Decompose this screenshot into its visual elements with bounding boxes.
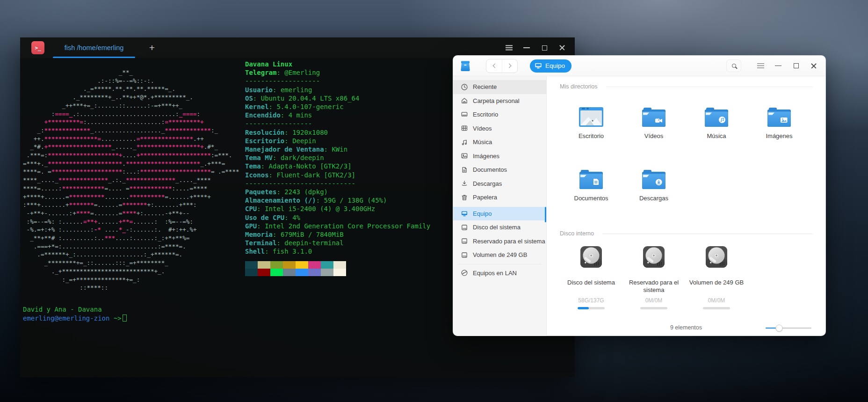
sidebar-item-descargas[interactable]: Descargas <box>453 177 546 191</box>
menu-icon[interactable] <box>752 58 769 73</box>
sidebar-item-videos[interactable]: Vídeos <box>453 122 546 136</box>
terminal-app-icon <box>31 41 44 54</box>
folder-item-videos[interactable]: Vídeos <box>624 99 683 161</box>
sidebar-item-disco-del-sistema[interactable]: Disco del sistema <box>453 220 546 234</box>
disk-label: Reservado para el sistema <box>624 279 684 293</box>
terminal-window-controls <box>500 40 571 55</box>
section-rule <box>606 87 812 87</box>
sidebar-item-equipos-en-lan[interactable]: Equipos en LAN <box>453 266 546 280</box>
section-rule <box>602 234 812 234</box>
desktop-wallpaper: fish /home/emerling + _**_ .:-::%=--=%::… <box>0 0 868 402</box>
folder-item-musica[interactable]: Música <box>687 99 746 161</box>
palette-swatch <box>283 261 296 269</box>
sidebar-item-label: Documentos <box>473 166 507 173</box>
slider-thumb[interactable] <box>776 325 783 332</box>
terminal-cursor <box>123 314 127 322</box>
disk-item-reservado-para-el-sistema[interactable]: Reservado para el sistema0M/0M <box>624 244 684 309</box>
palette-swatch <box>321 261 333 269</box>
palette-swatch <box>333 269 346 276</box>
file-manager-titlebar[interactable]: Equipo <box>453 56 825 76</box>
palette-swatch <box>308 261 321 269</box>
section-header-my-directories: Mis directorios <box>560 83 812 90</box>
file-manager-sidebar: RecienteCarpeta personalEscritorioVídeos… <box>453 76 547 336</box>
minimize-icon[interactable] <box>769 58 787 73</box>
disk-item-disco-del-sistema[interactable]: Disco del sistema58G/137G <box>561 244 621 309</box>
disk-capacity: 0M/0M <box>708 297 725 304</box>
new-tab-button[interactable]: + <box>143 37 161 58</box>
neofetch-line: Paquetes: 2243 (dpkg) <box>245 188 430 196</box>
disk-icon <box>461 251 468 259</box>
download-icon <box>461 180 468 187</box>
home-icon <box>461 97 468 104</box>
section-header-internal-disk: Disco interno <box>560 230 812 237</box>
disks-grid: Disco del sistema58G/137GReservado para … <box>560 244 812 309</box>
palette-swatch <box>296 269 308 276</box>
neofetch-line: Almacenamiento (/): 59G / 138G (45%) <box>245 196 430 205</box>
folder-documents-icon <box>579 161 604 190</box>
close-icon[interactable] <box>805 58 823 73</box>
file-manager-statusbar: 9 elementos <box>547 322 825 336</box>
minimize-icon[interactable] <box>518 40 535 55</box>
folder-item-escritorio[interactable]: Escritorio <box>562 99 621 161</box>
icon-size-slider[interactable] <box>766 328 811 329</box>
forward-button[interactable] <box>502 59 517 73</box>
sidebar-item-papelera[interactable]: Papelera <box>453 190 546 205</box>
section-title: Disco interno <box>560 230 594 237</box>
navigation-buttons <box>486 59 518 73</box>
file-manager-content[interactable]: Mis directorios EscritorioVídeosMúsicaIm… <box>547 76 825 336</box>
sidebar-item-volumen-de-249-gb[interactable]: Volumen de 249 GB <box>453 248 546 262</box>
maximize-icon[interactable] <box>787 58 805 73</box>
neofetch-line: GPU: Intel 2nd Generation Core Processor… <box>245 222 430 230</box>
neofetch-line: Manejador de Ventana: KWin <box>245 145 430 153</box>
disk-capacity: 0M/0M <box>645 297 663 304</box>
sidebar-item-escritorio[interactable]: Escritorio <box>453 108 546 122</box>
neofetch-line: Usuario: emerling <box>245 86 430 94</box>
neofetch-line: Escritorio: Deepin <box>245 137 430 145</box>
folder-downloads-icon <box>641 161 666 190</box>
hard-disk-icon <box>641 244 666 270</box>
sidebar-item-label: Escritorio <box>473 111 498 118</box>
sidebar-item-documentos[interactable]: Documentos <box>453 163 546 177</box>
terminal-tab-title: fish /home/emerling <box>65 44 124 51</box>
sidebar-item-label: Reciente <box>473 83 497 90</box>
neofetch-line: Iconos: Fluent-dark [GTK2/3] <box>245 171 430 179</box>
file-manager-window-controls <box>726 58 823 73</box>
directories-grid: EscritorioVídeosMúsicaImágenesDocumentos… <box>560 99 812 224</box>
back-button[interactable] <box>486 59 502 73</box>
prompt-symbol: ~> <box>109 314 121 322</box>
sidebar-item-musica[interactable]: Música <box>453 135 546 149</box>
folder-item-descargas[interactable]: Descargas <box>624 161 683 224</box>
sidebar-item-imagenes[interactable]: Imágenes <box>453 149 546 163</box>
disk-usage-bar <box>703 307 730 309</box>
sidebar-item-equipo[interactable]: Equipo <box>453 207 546 221</box>
folder-label: Descargas <box>639 195 668 202</box>
hard-disk-icon <box>704 244 729 270</box>
sidebar-item-reservado-para-el-sistema[interactable]: Reservado para el sistema <box>453 234 546 249</box>
sidebar-item-carpeta-personal[interactable]: Carpeta personal <box>453 94 546 108</box>
maximize-icon[interactable] <box>535 40 553 55</box>
desktop-icon <box>461 111 468 118</box>
breadcrumb-equipo[interactable]: Equipo <box>530 59 571 73</box>
sidebar-scrollbar[interactable] <box>545 207 546 222</box>
sidebar-item-label: Vídeos <box>473 125 492 132</box>
search-button[interactable] <box>726 59 741 72</box>
neofetch-line: CPU: Intel i5-2400 (4) @ 3.400GHz <box>245 205 430 213</box>
folder-label: Documentos <box>574 195 608 202</box>
disk-item-volumen-de-249-gb[interactable]: Volumen de 249 GB0M/0M <box>687 244 746 309</box>
file-manager-window: Equipo RecienteCarpeta personalEscritori… <box>453 55 826 336</box>
sidebar-divider <box>458 264 542 264</box>
close-icon[interactable] <box>553 40 571 55</box>
neofetch-line: Encendido: 4 mins <box>245 111 430 119</box>
breadcrumb-label: Equipo <box>545 62 565 69</box>
terminal-tab[interactable]: fish /home/emerling <box>52 37 136 58</box>
neofetch-line: Davana Linux <box>245 60 430 68</box>
folder-music-icon <box>704 99 729 128</box>
folder-item-imagenes[interactable]: Imágenes <box>750 99 809 161</box>
disk-label: Volumen de 249 GB <box>689 279 744 293</box>
sidebar-item-reciente[interactable]: Reciente <box>453 80 546 94</box>
folder-item-documentos[interactable]: Documentos <box>562 161 621 224</box>
folder-label: Imágenes <box>766 132 792 139</box>
sidebar-item-label: Volumen de 249 GB <box>473 251 527 258</box>
chevron-left-icon <box>492 64 497 68</box>
menu-icon[interactable] <box>500 40 518 55</box>
